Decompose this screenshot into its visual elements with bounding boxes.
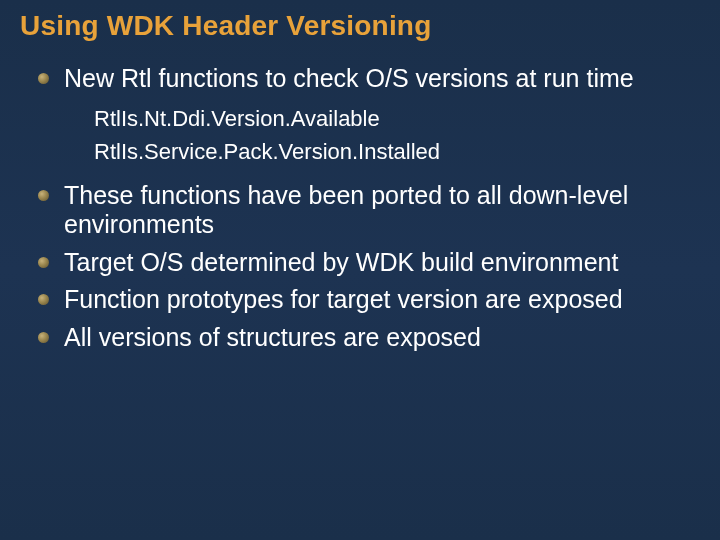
bullet-list: New Rtl functions to check O/S versions … [38,64,700,352]
list-item-text: New Rtl functions to check O/S versions … [64,64,634,92]
sub-list-item: RtlIs.Service.Pack.Version.Installed [94,137,700,167]
list-item-text: Target O/S determined by WDK build envir… [64,248,618,276]
slide: Using WDK Header Versioning New Rtl func… [0,0,720,540]
list-item-text: These functions have been ported to all … [64,181,628,239]
list-item-text: Function prototypes for target version a… [64,285,623,313]
slide-title: Using WDK Header Versioning [20,10,700,42]
list-item: These functions have been ported to all … [38,181,700,240]
list-item: New Rtl functions to check O/S versions … [38,64,700,167]
list-item: Function prototypes for target version a… [38,285,700,315]
sub-bullet-list: RtlIs.Nt.Ddi.Version.Available RtlIs.Ser… [94,104,700,167]
list-item: All versions of structures are exposed [38,323,700,353]
list-item-text: All versions of structures are exposed [64,323,481,351]
sub-list-item: RtlIs.Nt.Ddi.Version.Available [94,104,700,134]
list-item: Target O/S determined by WDK build envir… [38,248,700,278]
